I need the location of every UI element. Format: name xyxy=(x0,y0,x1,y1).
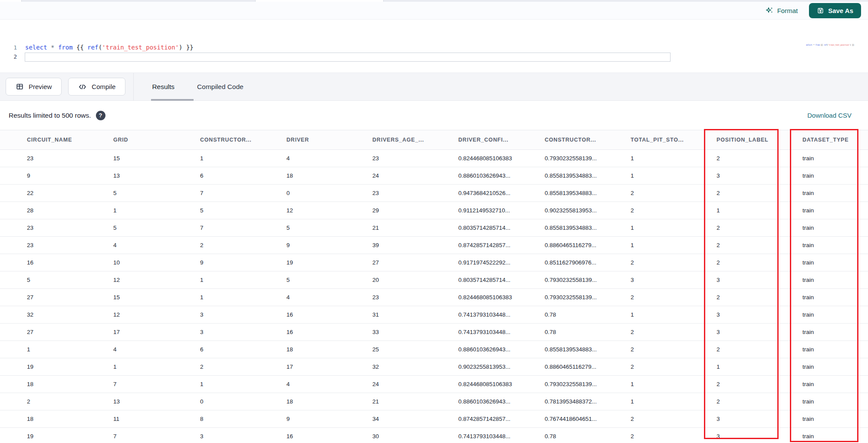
table-cell: 16 xyxy=(278,306,364,323)
tab-results[interactable]: Results xyxy=(152,83,174,91)
table-cell: 0.7413793103448... xyxy=(450,306,536,323)
sql-editor[interactable]: 1 2 select * from {{ ref('train_test_pos… xyxy=(0,20,868,73)
table-cell: 21 xyxy=(364,393,450,410)
help-icon[interactable]: ? xyxy=(96,111,105,120)
table-cell: train xyxy=(794,375,868,393)
table-cell: train xyxy=(794,410,868,427)
table-cell: 0.8742857142857... xyxy=(450,410,536,427)
table-cell: 0.7930232558139... xyxy=(536,149,622,167)
line-number-2: 2 xyxy=(9,53,17,60)
table-cell: 0.8742857142857... xyxy=(450,236,536,254)
code-token: 'train_test_position' xyxy=(102,44,179,51)
table-cell: 2 xyxy=(622,427,708,443)
code-token: {{ xyxy=(819,44,824,46)
table-cell: 23 xyxy=(364,184,450,202)
table-cell: 1 xyxy=(622,167,708,184)
preview-button[interactable]: Preview xyxy=(6,78,62,96)
table-cell: 2 xyxy=(191,236,278,254)
table-cell: 1 xyxy=(191,149,278,167)
column-header: DRIVER_CONFI... xyxy=(450,130,536,149)
table-cell: 1 xyxy=(191,375,278,393)
table-cell: 2 xyxy=(622,288,708,306)
table-cell: 25 xyxy=(364,341,450,358)
table-cell: 3 xyxy=(191,427,278,443)
table-cell: train xyxy=(794,167,868,184)
table-cell: 0.8860103626943... xyxy=(450,393,536,410)
table-cell: 7 xyxy=(105,427,191,443)
toolbar-divider xyxy=(133,73,134,101)
table-cell: 3 xyxy=(708,410,794,427)
table-cell: train xyxy=(794,393,868,410)
table-cell: 0.824468085106383 xyxy=(450,288,536,306)
table-cell: 19 xyxy=(278,254,364,271)
table-cell: 2 xyxy=(622,202,708,219)
table-row: 3212316310.7413793103448...0.7813train xyxy=(0,306,868,323)
table-cell: 0.7930232558139... xyxy=(536,375,622,393)
table-cell: 23 xyxy=(364,149,450,167)
table-cell: 2 xyxy=(708,375,794,393)
results-table-container[interactable]: CIRCUIT_NAMEGRIDCONSTRUCTOR...DRIVERDRIV… xyxy=(0,130,868,443)
download-csv-link[interactable]: Download CSV xyxy=(807,112,852,119)
format-button[interactable]: Format xyxy=(765,6,798,15)
table-cell: 12 xyxy=(105,306,191,323)
table-body: 231514230.8244680851063830.7930232558139… xyxy=(0,149,868,443)
code-token: from xyxy=(815,44,820,46)
tab-compiled-code[interactable]: Compiled Code xyxy=(197,83,243,91)
code-token: select xyxy=(806,44,812,46)
table-cell: train xyxy=(794,236,868,254)
table-cell: 0.8558139534883... xyxy=(536,341,622,358)
table-cell: 0.78 xyxy=(536,323,622,341)
compile-button[interactable]: Compile xyxy=(68,78,125,96)
table-cell: 0.7930232558139... xyxy=(536,271,622,288)
save-as-button[interactable]: Save As xyxy=(809,3,861,18)
column-header: CONSTRUCTOR... xyxy=(536,130,622,149)
table-cell: train xyxy=(794,341,868,358)
table-cell: 27 xyxy=(364,254,450,271)
table-cell: 21 xyxy=(364,219,450,236)
table-cell: 1 xyxy=(622,375,708,393)
table-cell: 7 xyxy=(191,184,278,202)
code-token: from xyxy=(58,44,73,51)
code-token: ( xyxy=(99,44,102,51)
table-cell: 0 xyxy=(191,393,278,410)
table-cell: 1 xyxy=(622,393,708,410)
editor-minimap-line: select * from {{ ref('train_test_positio… xyxy=(806,44,855,47)
table-cell: 0 xyxy=(278,184,364,202)
table-row: 913618240.8860103626943...0.855813953488… xyxy=(0,167,868,184)
column-header: TOTAL_PIT_STO... xyxy=(622,130,708,149)
table-cell: 2 xyxy=(708,184,794,202)
table-cell: 18 xyxy=(0,375,105,393)
table-cell: 0.8860465116279... xyxy=(536,236,622,254)
table-cell: 5 xyxy=(0,271,105,288)
table-cell: 27 xyxy=(0,323,105,341)
table-cell: 2 xyxy=(708,254,794,271)
table-cell: 24 xyxy=(364,167,450,184)
table-cell: 19 xyxy=(0,358,105,375)
table-cell: 1 xyxy=(622,306,708,323)
table-cell: 0.9112149532710... xyxy=(450,202,536,219)
results-info-bar: Results limited to 500 rows. ? Download … xyxy=(0,101,868,130)
table-cell: 5 xyxy=(105,219,191,236)
table-cell: 1 xyxy=(105,202,191,219)
table-cell: 5 xyxy=(278,219,364,236)
code-line[interactable]: select * from {{ ref('train_test_positio… xyxy=(25,44,194,51)
table-cell: 29 xyxy=(364,202,450,219)
table-cell: 2 xyxy=(0,393,105,410)
table-cell: 18 xyxy=(0,410,105,427)
table-row: 213018210.8860103626943...0.781395348837… xyxy=(0,393,868,410)
code-token: }} xyxy=(851,44,854,46)
table-cell: 1 xyxy=(708,358,794,375)
table-cell: 28 xyxy=(0,202,105,219)
column-header: CIRCUIT_NAME xyxy=(0,130,105,149)
table-cell: 4 xyxy=(278,375,364,393)
table-cell: 16 xyxy=(278,323,364,341)
table-cell: 5 xyxy=(278,271,364,288)
table-cell: 0.8558139534883... xyxy=(536,219,622,236)
table-cell: 9 xyxy=(191,254,278,271)
code-token: {{ xyxy=(73,44,88,51)
table-row: 23429390.8742857142857...0.8860465116279… xyxy=(0,236,868,254)
table-cell: 5 xyxy=(105,184,191,202)
table-row: 281512290.9112149532710...0.902325581395… xyxy=(0,202,868,219)
table-cell: train xyxy=(794,149,868,167)
code-token xyxy=(47,44,51,51)
